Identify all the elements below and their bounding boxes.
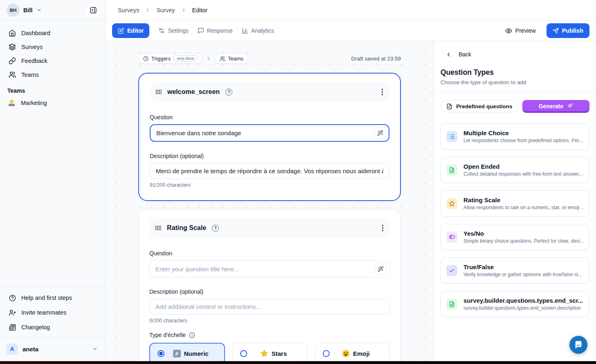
- workspace-switcher[interactable]: BH Bill: [0, 0, 105, 20]
- message-square-icon: [198, 27, 204, 34]
- footer-item-label: Invite teammates: [21, 309, 66, 316]
- user-menu[interactable]: A aneta: [0, 340, 105, 358]
- help-circle-icon[interactable]: ?: [212, 225, 219, 232]
- teams-section-label: Teams: [0, 82, 105, 96]
- generate-button[interactable]: Generate: [522, 100, 589, 113]
- sidebar-item-surveys[interactable]: Surveys: [0, 40, 105, 54]
- file-text-icon: [446, 165, 457, 176]
- sidebar-item-marketing[interactable]: Marketing: [0, 96, 105, 109]
- question-title-input[interactable]: [150, 124, 389, 142]
- screen-edge-strip: [0, 361, 596, 364]
- help-circle-icon[interactable]: ?: [225, 89, 232, 96]
- type-card-multiple-choice[interactable]: Multiple Choice Let respondents choose f…: [440, 123, 589, 150]
- footer-item-label: Changelog: [21, 324, 50, 331]
- type-description: Verify knowledge or gather opinions with…: [463, 272, 582, 277]
- sidebar-item-feedback[interactable]: Feedback: [0, 54, 105, 68]
- question-title-input[interactable]: [149, 260, 390, 277]
- type-description: survey.builder.questions.types.end_scree…: [463, 305, 583, 311]
- chevron-down-icon: [92, 346, 98, 352]
- sparkles-icon: [567, 103, 573, 109]
- kebab-menu-icon[interactable]: [382, 225, 384, 231]
- drag-handle-icon[interactable]: [155, 89, 162, 94]
- sidebar-collapse-button[interactable]: [86, 3, 100, 17]
- preview-label: Preview: [515, 27, 536, 34]
- teams-chip[interactable]: Teams: [215, 53, 248, 64]
- question-label: Question: [150, 114, 389, 121]
- eye-icon: [505, 27, 512, 34]
- link-icon: [9, 57, 16, 65]
- breadcrumb-survey[interactable]: Survey: [156, 7, 175, 13]
- radio-selected[interactable]: [157, 350, 164, 357]
- predefined-questions-button[interactable]: Predefined questions: [441, 100, 518, 112]
- question-card-welcome-screen[interactable]: welcome_screen ? Question Description (o…: [138, 73, 401, 201]
- sidebar-nav: Dashboard Surveys Feedback Teams Teams M…: [0, 20, 105, 109]
- sidebar-item-label: Surveys: [21, 44, 43, 50]
- scale-option-numeric[interactable]: # Numeric: [149, 343, 225, 361]
- user-plus-icon: [9, 309, 16, 316]
- radio-unselected[interactable]: [240, 350, 247, 357]
- type-card-true-false[interactable]: True/False Verify knowledge or gather op…: [440, 257, 589, 284]
- clock-icon: [143, 56, 148, 61]
- list-icon: [446, 131, 457, 142]
- tab-analytics[interactable]: Analytics: [242, 27, 274, 34]
- tab-label: Analytics: [251, 27, 274, 34]
- one-time-badge: one-time: [173, 55, 198, 62]
- char-count: 91/200 characters: [150, 182, 389, 188]
- sidebar-item-teams[interactable]: Teams: [0, 68, 105, 82]
- question-card-title: Rating Scale: [167, 224, 206, 232]
- user-name: aneta: [22, 346, 38, 353]
- sidebar-item-help[interactable]: Help and first steps: [0, 290, 105, 305]
- type-card-end-screen[interactable]: survey.builder.questions.types.end_scr..…: [440, 291, 589, 317]
- description-label: Description (optional): [150, 153, 389, 159]
- sidebar-item-label: Feedback: [21, 58, 47, 64]
- sidebar-item-invite[interactable]: Invite teammates: [0, 305, 105, 320]
- question-description-input[interactable]: [149, 299, 390, 315]
- tab-settings[interactable]: Settings: [158, 27, 189, 34]
- pencil-square-icon: [118, 28, 124, 34]
- scale-option-stars[interactable]: Stars: [232, 343, 307, 361]
- magic-wand-button[interactable]: [374, 262, 387, 275]
- type-card-rating-scale[interactable]: Rating Scale Allow respondents to rate o…: [440, 190, 589, 217]
- file-code-icon: [446, 103, 452, 109]
- question-label: Question: [149, 250, 390, 257]
- chat-bubble-icon: [574, 340, 583, 349]
- radio-unselected[interactable]: [323, 350, 330, 357]
- question-card-rating-scale[interactable]: Rating Scale ? Question Description (opt…: [138, 209, 401, 361]
- kebab-menu-icon[interactable]: [382, 89, 383, 95]
- smiley-emoji-icon: [342, 350, 350, 357]
- star-emoji-icon: [260, 349, 268, 357]
- draft-status: Draft saved at 23:59: [351, 56, 401, 62]
- magic-wand-button[interactable]: [373, 127, 387, 140]
- publish-button[interactable]: Publish: [547, 23, 589, 38]
- support-chat-button[interactable]: [569, 336, 587, 354]
- chevron-left-icon: [445, 51, 452, 58]
- tab-response[interactable]: Response: [198, 27, 233, 34]
- scale-type-label: Type d'échelle: [149, 332, 390, 338]
- sidebar-item-dashboard[interactable]: Dashboard: [0, 26, 105, 40]
- scale-option-label: Stars: [272, 350, 287, 357]
- users-icon: [9, 71, 16, 78]
- type-card-yes-no[interactable]: Yes/No Simple binary choice questions. P…: [440, 224, 589, 250]
- wand-icon: [378, 266, 384, 272]
- sidebar-item-changelog[interactable]: Changelog: [0, 320, 105, 335]
- sliders-icon: [158, 27, 165, 34]
- info-icon[interactable]: [189, 332, 195, 338]
- help-circle-icon: [9, 295, 16, 301]
- scale-option-emoji[interactable]: Emoji: [315, 343, 390, 361]
- preview-button[interactable]: Preview: [505, 27, 536, 34]
- divider: [0, 337, 105, 337]
- breadcrumb-surveys[interactable]: Surveys: [118, 7, 139, 13]
- drag-handle-icon[interactable]: [155, 226, 161, 230]
- team-label: Marketing: [21, 100, 47, 106]
- technologist-emoji-icon: [8, 100, 15, 106]
- back-label: Back: [459, 51, 471, 58]
- sidebar-item-label: Teams: [21, 71, 39, 78]
- tab-editor[interactable]: Editor: [112, 23, 149, 38]
- editor-toolbar: Editor Settings Response Analytics Previ…: [106, 20, 596, 41]
- question-description-input[interactable]: [150, 163, 389, 179]
- triggers-chip[interactable]: Triggers one-time: [138, 53, 202, 64]
- footer-item-label: Help and first steps: [21, 295, 72, 301]
- back-button[interactable]: Back: [434, 41, 596, 58]
- type-card-open-ended[interactable]: Open Ended Collect detailed responses wi…: [440, 157, 589, 183]
- workspace-avatar: BH: [7, 4, 20, 17]
